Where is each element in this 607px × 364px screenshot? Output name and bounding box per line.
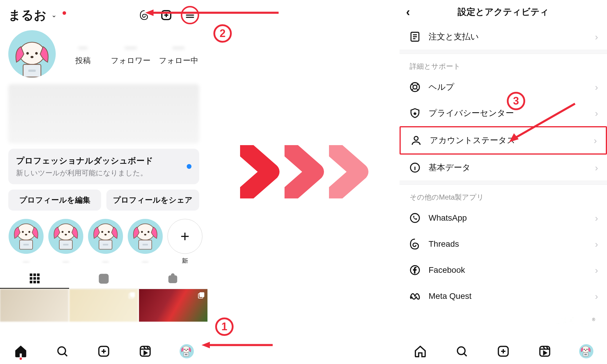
- back-icon[interactable]: ‹: [406, 5, 410, 19]
- settings-screen: ‹ 設定とアクティビティ 注文と支払い › 詳細とサポート ヘルプ › プライバ…: [400, 0, 607, 364]
- profile-action-row: プロフィールを編集 プロフィールをシェア: [8, 190, 199, 211]
- whatsapp-icon: [408, 211, 421, 225]
- svg-rect-13: [30, 281, 32, 283]
- svg-rect-12: [37, 277, 39, 279]
- tab-grid[interactable]: [0, 269, 69, 289]
- stat-posts[interactable]: ---投稿: [62, 42, 103, 66]
- svg-point-33: [457, 347, 465, 355]
- stats-row: ---投稿 ----フォロワー ----フォロー中: [0, 27, 207, 79]
- hamburger-menu-highlighted[interactable]: [181, 6, 199, 24]
- nav-create-icon[interactable]: [96, 344, 111, 359]
- notification-dot: [20, 357, 22, 360]
- svg-point-23: [58, 347, 66, 355]
- carousel-icon: [197, 291, 205, 299]
- stat-following-label: フォロー中: [158, 55, 199, 66]
- threads-icon[interactable]: [137, 8, 152, 23]
- row-label: ヘルプ: [429, 81, 588, 93]
- svg-rect-14: [33, 281, 36, 283]
- svg-point-31: [410, 214, 419, 222]
- post-thumb[interactable]: [0, 289, 68, 322]
- svg-point-28: [413, 85, 417, 89]
- row-threads[interactable]: Threads ›: [400, 231, 607, 257]
- row-basic-data[interactable]: 基本データ ›: [400, 155, 607, 181]
- dashboard-title: プロフェッショナルダッシュボード: [16, 155, 187, 166]
- highlight-item[interactable]: …: [8, 219, 44, 263]
- bottom-nav: [0, 339, 207, 364]
- section-other-meta: その他のMeta製アプリ: [400, 185, 607, 205]
- highlight-item[interactable]: …: [127, 219, 163, 263]
- nav-reels-icon[interactable]: [138, 344, 153, 359]
- nav-create-icon[interactable]: [496, 344, 511, 359]
- chevron-down-icon[interactable]: ⌄: [51, 11, 57, 19]
- svg-rect-15: [37, 281, 39, 283]
- svg-rect-21: [200, 292, 204, 297]
- row-label: Meta Quest: [429, 291, 588, 301]
- svg-point-18: [171, 278, 175, 281]
- row-account-status-highlighted[interactable]: アカウントステータス ›: [400, 126, 607, 155]
- stat-followers-label: フォロワー: [110, 55, 151, 66]
- threads-icon: [408, 238, 421, 251]
- nav-search-icon[interactable]: [454, 344, 469, 359]
- highlight-item[interactable]: …: [48, 219, 84, 263]
- row-privacy-center[interactable]: プライバシーセンター ›: [400, 100, 607, 126]
- chevron-right-icon: ›: [594, 135, 597, 146]
- row-metaquest[interactable]: Meta Quest ›: [400, 283, 607, 309]
- row-label: 注文と支払い: [429, 31, 588, 42]
- svg-rect-10: [30, 277, 32, 279]
- annotation-number-2: 2: [213, 24, 232, 43]
- highlight-new[interactable]: +新: [167, 219, 203, 263]
- post-grid: [0, 289, 207, 322]
- info-icon: [408, 161, 421, 174]
- svg-point-29: [414, 137, 418, 140]
- stat-following[interactable]: ----フォロー中: [158, 42, 199, 66]
- svg-rect-11: [33, 277, 36, 279]
- row-label: プライバシーセンター: [429, 108, 588, 119]
- nav-search-icon[interactable]: [55, 344, 70, 359]
- nav-profile-avatar[interactable]: [579, 344, 594, 359]
- row-label: 基本データ: [429, 162, 588, 173]
- row-label: アカウントステータス: [430, 135, 587, 146]
- carousel-icon: [128, 291, 136, 299]
- top-bar: まるお ⌄: [0, 0, 207, 27]
- chevron-right-icon: ›: [595, 108, 598, 119]
- post-thumb[interactable]: [139, 289, 207, 322]
- highlight-item[interactable]: …: [88, 219, 123, 263]
- bio-blurred: [8, 84, 199, 143]
- chevron-right-icon: ›: [595, 213, 598, 224]
- chevron-right-icon: ›: [595, 239, 598, 250]
- annotation-arrow-1: [202, 341, 276, 349]
- nav-profile-avatar[interactable]: [179, 344, 194, 359]
- username[interactable]: まるお: [8, 7, 47, 23]
- dashboard-subtitle: 新しいツールが利用可能になりました。: [16, 168, 187, 178]
- pro-dashboard-card[interactable]: プロフェッショナルダッシュボード 新しいツールが利用可能になりました。: [8, 149, 199, 184]
- svg-rect-8: [33, 274, 36, 276]
- post-thumb[interactable]: [69, 289, 138, 322]
- annotation-number-1: 1: [215, 318, 234, 336]
- row-orders[interactable]: 注文と支払い ›: [400, 24, 607, 50]
- nav-home-icon[interactable]: [413, 344, 428, 359]
- person-icon: [410, 134, 423, 147]
- settings-title: 設定とアクティビティ: [458, 6, 549, 18]
- meta-icon: [408, 290, 421, 303]
- tab-tagged[interactable]: [138, 269, 207, 289]
- edit-profile-button[interactable]: プロフィールを編集: [8, 190, 101, 211]
- row-help[interactable]: ヘルプ ›: [400, 74, 607, 100]
- stat-followers[interactable]: ----フォロワー: [110, 42, 151, 66]
- highlights-row[interactable]: … … … … +新: [8, 219, 207, 263]
- row-label: Threads: [429, 239, 588, 249]
- create-icon[interactable]: [159, 8, 174, 23]
- chevron-right-icon: ›: [595, 265, 598, 276]
- chevron-right-icon: ›: [595, 162, 598, 173]
- row-label: WhatsApp: [429, 213, 588, 223]
- nav-reels-icon[interactable]: [537, 344, 552, 359]
- row-facebook[interactable]: Facebook ›: [400, 257, 607, 283]
- svg-rect-7: [30, 274, 32, 276]
- tab-reels[interactable]: [69, 269, 138, 289]
- share-profile-button[interactable]: プロフィールをシェア: [106, 190, 199, 211]
- row-whatsapp[interactable]: WhatsApp ›: [400, 205, 607, 231]
- receipt-icon: [408, 30, 421, 43]
- lifebuoy-icon: [408, 81, 421, 94]
- avatar[interactable]: [8, 30, 56, 78]
- nav-home-icon[interactable]: [13, 344, 28, 359]
- profile-screen: まるお ⌄ ---投稿 ----フォロワー ----フォロー中 プロフェッショナ…: [0, 0, 207, 364]
